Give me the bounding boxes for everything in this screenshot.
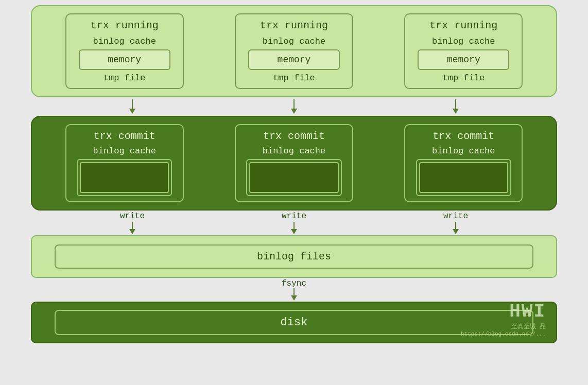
arrow-head-2 (291, 109, 297, 114)
write-line-1 (132, 222, 133, 229)
commit-inner-box-1 (77, 159, 172, 196)
memory-label-2: memory (278, 55, 311, 65)
trx-commit-title-1: trx commit (94, 130, 155, 142)
watermark: HWI 至真至诚 品 https://blog.csdn.net/... (461, 301, 546, 337)
memory-box-3: memory (418, 49, 509, 70)
trx-running-box-3: trx running binlog cache memory tmp file (404, 13, 523, 89)
binlog-cache-label-1: binlog cache (93, 37, 155, 46)
commit-inner-box-3 (416, 159, 511, 196)
arrow-line-2 (293, 99, 295, 109)
watermark-logo: HWI (509, 301, 546, 322)
tmp-file-label-3: tmp file (443, 73, 485, 83)
trx-commit-title-3: trx commit (433, 130, 494, 142)
binlog-cache-commit-label-3: binlog cache (432, 146, 495, 156)
fsync-label: fsync (282, 279, 306, 288)
trx-commit-box-2: trx commit binlog cache (235, 124, 353, 202)
binlog-cache-commit-label-1: binlog cache (93, 146, 155, 156)
diagram-wrapper: trx running binlog cache memory tmp file… (0, 0, 588, 385)
trx-running-box-2: trx running binlog cache memory tmp file (235, 13, 353, 89)
section-binlog-files: binlog files (31, 235, 557, 278)
memory-label-1: memory (108, 55, 141, 65)
section-running: trx running binlog cache memory tmp file… (31, 5, 557, 97)
commit-inner-content-1 (80, 162, 169, 193)
write-arrow-3: write (443, 212, 468, 234)
binlog-cache-label-2: binlog cache (263, 37, 325, 46)
trx-commit-box-3: trx commit binlog cache (404, 124, 523, 202)
write-arrow-head-3 (453, 229, 459, 234)
tmp-file-label-2: tmp file (273, 73, 315, 83)
trx-commit-title-2: trx commit (263, 130, 325, 142)
write-arrow-head-2 (291, 229, 297, 234)
fsync-arrow-line (293, 288, 295, 295)
watermark-url: https://blog.csdn.net/... (461, 331, 546, 337)
running-to-commit-arrows (31, 99, 557, 114)
arrow-line-3 (455, 99, 456, 109)
disk-label: disk (281, 316, 308, 329)
write-label-1: write (120, 212, 145, 221)
trx-commit-box-1: trx commit binlog cache (65, 124, 184, 202)
binlog-files-label: binlog files (257, 251, 331, 262)
trx-running-box-1: trx running binlog cache memory tmp file (65, 13, 184, 89)
fsync-row: fsync (282, 279, 306, 301)
write-line-3 (455, 222, 456, 229)
section-disk: disk HWI 至真至诚 品 https://blog.csdn.net/..… (31, 302, 557, 343)
write-arrow-head-1 (129, 229, 135, 234)
write-arrow-1: write (120, 212, 145, 234)
trx-running-title-3: trx running (429, 20, 497, 31)
section-commit: trx commit binlog cache trx commit binlo… (31, 116, 557, 211)
binlog-cache-label-3: binlog cache (432, 37, 495, 46)
binlog-cache-commit-label-2: binlog cache (263, 146, 325, 156)
commit-inner-content-3 (419, 162, 508, 193)
write-label-3: write (443, 212, 468, 221)
trx-running-title-2: trx running (260, 20, 328, 31)
write-label-2: write (282, 212, 306, 221)
arrow-down-3 (453, 99, 459, 114)
arrow-down-1 (129, 99, 135, 114)
fsync-arrow-head (291, 295, 297, 301)
arrow-line-1 (132, 99, 133, 109)
memory-label-3: memory (447, 55, 480, 65)
write-arrow-2: write (282, 212, 306, 234)
watermark-sub: 至真至诚 品 (511, 322, 546, 331)
write-line-2 (293, 222, 295, 229)
arrow-head-3 (453, 109, 459, 114)
arrow-head-1 (129, 109, 135, 114)
commit-inner-box-2 (246, 159, 341, 196)
trx-running-title-1: trx running (91, 20, 159, 31)
arrow-down-2 (291, 99, 297, 114)
memory-box-2: memory (248, 49, 340, 70)
write-arrows-row: write write write (31, 212, 557, 234)
tmp-file-label-1: tmp file (103, 73, 146, 83)
memory-box-1: memory (79, 49, 170, 70)
commit-inner-content-2 (249, 162, 338, 193)
binlog-files-inner: binlog files (55, 244, 533, 269)
